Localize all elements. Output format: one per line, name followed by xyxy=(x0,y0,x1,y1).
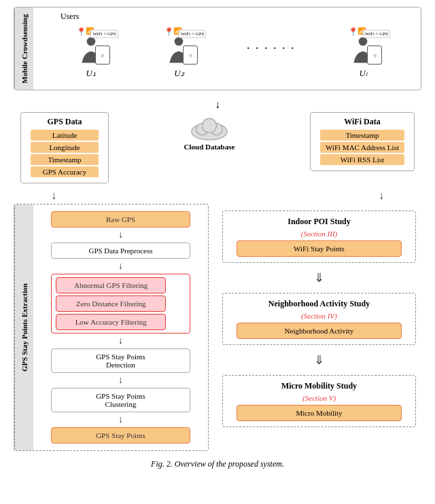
arrow-5: ↓ xyxy=(118,415,123,425)
phone-badge-2: ⚙ xyxy=(183,46,198,65)
data-section: GPS Data Latitude Longitude Timestamp GP… xyxy=(14,112,421,183)
gps-flow: Raw GPS ↓ GPS Data Preprocess ↓ Abnormal… xyxy=(33,204,208,450)
wifi-data-title: WiFi Data xyxy=(320,117,404,127)
gps-row-1: Longitude xyxy=(31,142,99,153)
indoor-poi-title: Indoor POI Study xyxy=(288,217,350,227)
neighborhood-activity-study: Neighborhood Activity Study (Section IV)… xyxy=(222,293,416,345)
bottom-section: GPS Stay Points Extraction Raw GPS ↓ GPS… xyxy=(14,204,421,451)
micro-mobility-section: (Section V) xyxy=(302,394,336,402)
pin-icon-2: 📍 xyxy=(164,27,174,37)
filter-0: Abnormal GPS Filtering xyxy=(56,277,166,293)
cloud-label: Cloud Database xyxy=(184,143,235,151)
users-dots: · · · · · · xyxy=(247,41,296,56)
arrow-1: ↓ xyxy=(118,230,123,240)
phone-badge-1: ⚙ xyxy=(95,46,110,65)
indoor-poi-study: Indoor POI Study (Section III) WiFi Stay… xyxy=(222,211,416,263)
wifi-gps-badge-1: WiFi + GPS xyxy=(90,30,118,38)
figure-caption: Fig. 2. Overview of the proposed system. xyxy=(151,459,284,469)
wifi-gps-badge-l: WiFi + GPS xyxy=(363,30,390,38)
neighborhood-title: Neighborhood Activity Study xyxy=(268,299,370,309)
preprocess-box: GPS Data Preprocess xyxy=(51,242,190,259)
user-l: 📍 📶 ⚙ WiFi + GPS Uₗ xyxy=(343,29,383,79)
wifi-row-1: WiFi MAC Address List xyxy=(320,142,404,153)
filter-1: Zero Distance Filtering xyxy=(56,295,166,312)
user-2-label: U₂ xyxy=(174,68,184,79)
svg-point-2 xyxy=(359,37,368,46)
svg-point-0 xyxy=(87,37,96,46)
svg-point-6 xyxy=(202,118,216,132)
cloud-box: Cloud Database xyxy=(177,112,242,151)
neighborhood-section: (Section IV) xyxy=(301,312,337,320)
pin-icon-l: 📍 xyxy=(348,27,358,37)
detection-box: GPS Stay Points Detection xyxy=(51,348,190,373)
gps-extraction-label: GPS Stay Points Extraction xyxy=(14,204,33,450)
user-2: 📍 📶 ⚙ WiFi + GPS U₂ xyxy=(158,29,199,79)
study-arrow-2: ⇓ xyxy=(314,353,324,367)
arrow-4: ↓ xyxy=(118,376,123,385)
wifi-down-arrow: ↓ xyxy=(379,190,384,202)
clustering-box: GPS Stay Points Clustering xyxy=(51,388,190,412)
indoor-poi-output: WiFi Stay Points xyxy=(237,240,402,257)
gps-row-2: Timestamp xyxy=(31,154,99,165)
micro-mobility-study: Micro Mobility Study (Section V) Micro M… xyxy=(222,375,416,427)
pin-icon-1: 📍 xyxy=(76,27,86,37)
stay-points-box: GPS Stay Points xyxy=(51,427,190,444)
user-1-label: U₁ xyxy=(86,68,96,79)
raw-gps-box: Raw GPS xyxy=(51,211,190,228)
arrow-2: ↓ xyxy=(118,262,123,271)
gps-row-3: GPS Accuracy xyxy=(31,166,99,177)
neighborhood-output: Neighborhood Activity xyxy=(237,323,402,339)
gps-extraction-panel: GPS Stay Points Extraction Raw GPS ↓ GPS… xyxy=(14,204,209,451)
crowdsensing-section: Mobile Crowdsensing Users 📍 📶 xyxy=(14,7,421,90)
wifi-gps-badge-2: WiFi + GPS xyxy=(179,30,206,38)
phone-badge-l: ⚙ xyxy=(367,46,382,65)
svg-point-1 xyxy=(175,37,184,46)
indoor-poi-section: (Section III) xyxy=(301,230,337,238)
gps-data-box: GPS Data Latitude Longitude Timestamp GP… xyxy=(20,112,109,183)
study-arrow-1: ⇓ xyxy=(314,270,324,285)
user-1: 📍 📶 ⚙ WiFi + GPS U₁ xyxy=(71,29,111,79)
cloud-icon xyxy=(186,112,233,143)
micro-mobility-output: Micro Mobility xyxy=(237,405,402,421)
gps-data-title: GPS Data xyxy=(31,117,99,127)
crowdsensing-label: Mobile Crowdsensing xyxy=(14,7,33,90)
gps-row-0: Latitude xyxy=(31,130,99,141)
wifi-row-0: Timestamp xyxy=(320,130,404,141)
micro-mobility-title: Micro Mobility Study xyxy=(281,381,357,391)
studies-panel: Indoor POI Study (Section III) WiFi Stay… xyxy=(217,204,421,451)
wifi-data-box: WiFi Data Timestamp WiFi MAC Address Lis… xyxy=(310,112,415,171)
user-l-label: Uₗ xyxy=(359,68,366,79)
arrow-3: ↓ xyxy=(118,336,123,346)
wifi-row-2: WiFi RSS List xyxy=(320,154,404,165)
filter-2: Low Accuracy Filtering xyxy=(56,314,166,330)
gps-down-arrow: ↓ xyxy=(51,190,56,202)
filter-group: Abnormal GPS Filtering Zero Distance Fil… xyxy=(51,274,190,334)
users-to-cloud-arrow: ↓ xyxy=(14,98,421,111)
users-label: Users xyxy=(60,12,79,22)
